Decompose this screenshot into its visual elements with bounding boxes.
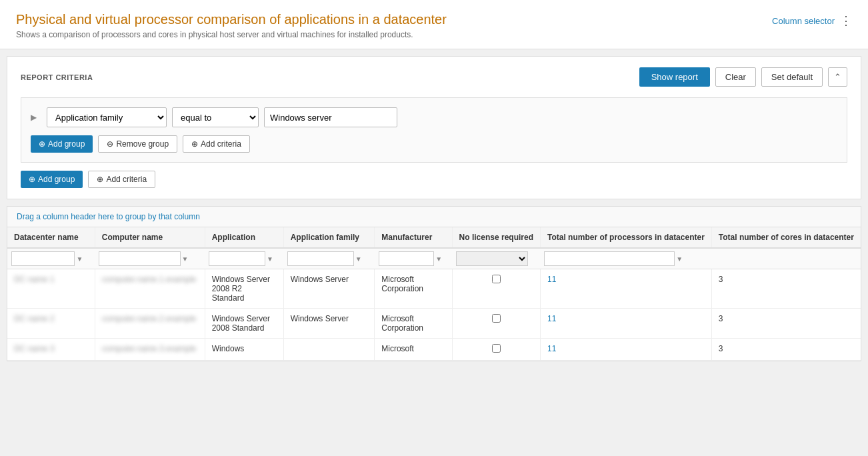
col-app-family: Application family [283, 227, 375, 248]
cell-application: Windows [205, 339, 283, 361]
filter-manufacturer-input[interactable] [379, 251, 434, 266]
cell-app-family: Windows Server [283, 269, 375, 309]
cell-manufacturer: Microsoft [375, 339, 452, 361]
col-manufacturer: Manufacturer [375, 227, 452, 248]
cell-processors: 11 [540, 269, 711, 309]
column-selector-link[interactable]: Column selector [772, 16, 835, 26]
add-criteria-button-inner[interactable]: ⊕ Add criteria [183, 135, 250, 153]
cell-computer: computer.name.2.example [95, 309, 205, 339]
filter-icon-4[interactable]: ▼ [355, 255, 362, 263]
chevron-up-icon: ⌃ [834, 72, 841, 82]
cell-app-family [283, 339, 375, 361]
table-row: DC name 2 computer.name.2.example Window… [7, 309, 861, 339]
cell-cores: 3 [711, 309, 861, 339]
set-default-button[interactable]: Set default [761, 67, 823, 87]
cell-no-license [452, 309, 540, 339]
filter-icon-2[interactable]: ▼ [182, 255, 189, 263]
no-license-checkbox[interactable] [492, 275, 501, 283]
table-row: DC name 1 computer.name.1.example Window… [7, 269, 861, 309]
filter-application-input[interactable] [209, 251, 265, 266]
criteria-section: REPORT CRITERIA Show report Clear Set de… [7, 56, 861, 199]
cell-manufacturer: Microsoft Corporation [375, 309, 452, 339]
cell-cores: 3 [711, 269, 861, 309]
clear-button[interactable]: Clear [715, 67, 756, 87]
cell-app-family: Windows Server [283, 309, 375, 339]
criteria-header: REPORT CRITERIA Show report Clear Set de… [21, 67, 847, 87]
filter-icon-5[interactable]: ▼ [435, 255, 442, 263]
filter-processors: ▼ [540, 248, 711, 269]
page-title: Physical and virtual processor compariso… [16, 12, 447, 27]
cell-computer: computer.name.3.example [95, 339, 205, 361]
cell-no-license [452, 339, 540, 361]
filter-icon-3[interactable]: ▼ [267, 255, 273, 263]
plus-circle-icon-outer2: ⊕ [97, 175, 103, 184]
processors-link[interactable]: 11 [547, 344, 556, 353]
criteria-actions: Show report Clear Set default ⌃ [639, 67, 847, 87]
plus-circle-icon-2: ⊕ [191, 139, 198, 149]
drag-hint: Drag a column header here to group by th… [7, 207, 861, 227]
no-license-checkbox[interactable] [492, 314, 501, 323]
col-cores: Total number of cores in datacenter [711, 227, 861, 248]
show-report-button[interactable]: Show report [639, 67, 710, 87]
processors-link[interactable]: 11 [547, 275, 556, 284]
filter-no-license-select[interactable]: Yes No [456, 251, 528, 266]
criteria-value-input[interactable] [264, 107, 397, 127]
table-body: DC name 1 computer.name.1.example Window… [7, 269, 861, 361]
cell-application: Windows Server 2008 Standard [205, 309, 283, 339]
operator-select[interactable]: equal to [172, 107, 259, 127]
page-header: Physical and virtual processor compariso… [0, 0, 868, 49]
minus-circle-icon: ⊖ [107, 139, 113, 149]
cell-processors: 11 [540, 309, 711, 339]
filter-row: ▼ ▼ ▼ [7, 248, 861, 269]
filter-datacenter-input[interactable] [11, 251, 75, 266]
processors-link[interactable]: 11 [547, 314, 556, 323]
field-select[interactable]: Application family [47, 107, 167, 127]
cell-manufacturer: Microsoft Corporation [375, 269, 452, 309]
filter-app-family: ▼ [283, 248, 375, 269]
plus-circle-icon: ⊕ [39, 139, 45, 149]
table-header-row: Datacenter name Computer name Applicatio… [7, 227, 861, 248]
data-table: Datacenter name Computer name Applicatio… [7, 227, 861, 361]
filter-processors-input[interactable] [544, 251, 675, 266]
cell-cores: 3 [711, 339, 861, 361]
cell-no-license [452, 269, 540, 309]
cell-computer: computer.name.1.example [95, 269, 205, 309]
col-processors: Total number of processors in datacenter [540, 227, 711, 248]
page-subtitle: Shows a comparison of processors and cor… [16, 30, 447, 39]
col-datacenter: Datacenter name [7, 227, 95, 248]
more-options-icon[interactable]: ⋮ [840, 15, 852, 27]
criteria-title: REPORT CRITERIA [21, 73, 93, 81]
plus-circle-icon-outer: ⊕ [29, 175, 35, 184]
cell-processors: 11 [540, 339, 711, 361]
filter-computer-input[interactable] [99, 251, 180, 266]
header-text: Physical and virtual processor compariso… [16, 12, 447, 39]
col-computer: Computer name [95, 227, 205, 248]
add-group-button-inner[interactable]: ⊕ Add group [31, 135, 93, 153]
filter-computer: ▼ [95, 248, 205, 269]
table-row: DC name 3 computer.name.3.example Window… [7, 339, 861, 361]
cell-application: Windows Server 2008 R2 Standard [205, 269, 283, 309]
header-actions: Column selector ⋮ [772, 12, 852, 27]
col-no-license: No license required [452, 227, 540, 248]
filter-cores [711, 248, 861, 269]
filter-manufacturer: ▼ [375, 248, 452, 269]
add-group-button-outer[interactable]: ⊕ Add group [21, 171, 83, 188]
add-criteria-button-outer[interactable]: ⊕ Add criteria [88, 171, 155, 188]
filter-no-license: Yes No [452, 248, 540, 269]
expand-icon[interactable]: ▶ [31, 113, 41, 122]
filter-app-family-input[interactable] [287, 251, 354, 266]
filter-icon[interactable]: ▼ [76, 255, 83, 263]
filter-application: ▼ [205, 248, 283, 269]
filter-icon-6[interactable]: ▼ [676, 255, 683, 263]
filter-datacenter: ▼ [7, 248, 95, 269]
remove-group-button[interactable]: ⊖ Remove group [98, 135, 177, 153]
cell-datacenter: DC name 1 [7, 269, 95, 309]
table-section: Drag a column header here to group by th… [7, 206, 861, 361]
cell-datacenter: DC name 2 [7, 309, 95, 339]
cell-datacenter: DC name 3 [7, 339, 95, 361]
group-buttons: ⊕ Add group ⊖ Remove group ⊕ Add criteri… [31, 135, 837, 153]
no-license-checkbox[interactable] [492, 344, 501, 353]
criteria-row: ▶ Application family equal to [31, 107, 837, 127]
col-application: Application [205, 227, 283, 248]
collapse-button[interactable]: ⌃ [828, 67, 847, 87]
